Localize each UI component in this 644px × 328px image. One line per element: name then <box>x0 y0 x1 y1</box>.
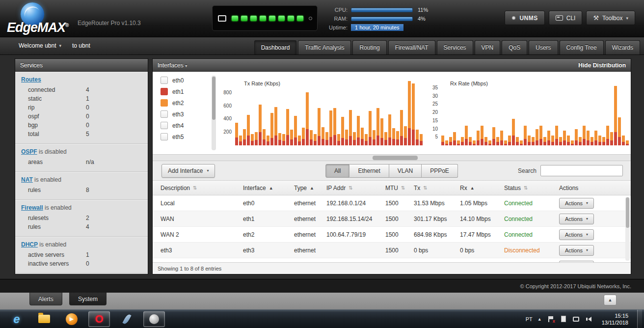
scrollbar-thumb[interactable] <box>212 77 215 120</box>
cell-rx: 14.10 Mbps <box>460 216 504 222</box>
interface-label: eth4 <box>172 122 184 129</box>
chart-bar <box>290 130 293 145</box>
tab-routing[interactable]: Routing <box>352 40 386 55</box>
chart-bar <box>516 137 519 145</box>
sidebar-link-nat[interactable]: NAT <box>21 176 33 183</box>
toolbox-button[interactable]: ⚒ Toolbox ▾ <box>586 11 635 25</box>
sidebar-link-firewall[interactable]: Firewall <box>21 204 43 211</box>
show-desktop-button[interactable] <box>637 310 642 328</box>
edgeos-dashboard-screen: EdgeMAX® EdgeRouter Pro v1.10.3 CPU: 11%… <box>0 0 644 328</box>
chevron-down-icon: ▾ <box>185 63 188 68</box>
column-header-description[interactable]: Description⇅ <box>161 185 243 191</box>
sidebar-link-ospf[interactable]: OSPF <box>21 148 37 155</box>
tab-traffic-analysis[interactable]: Traffic Analysis <box>298 40 351 55</box>
volume-icon[interactable] <box>585 315 593 323</box>
feather-app-icon[interactable] <box>116 311 137 327</box>
tab-vpn[interactable]: VPN <box>475 40 501 55</box>
column-header-actions: Actions <box>559 185 618 191</box>
filter-vlan[interactable]: VLAN <box>389 164 422 178</box>
chart-bar <box>274 107 277 145</box>
column-header-interface[interactable]: Interface▲ <box>243 185 294 191</box>
y-tick-label: 400 <box>223 116 232 121</box>
actions-cell: Actions▾ <box>559 214 618 224</box>
checkbox-eth2[interactable] <box>161 99 168 107</box>
copyright-bar: © Copyright 2012-2017 Ubiquiti Networks,… <box>0 279 644 293</box>
chart-bar <box>547 131 550 145</box>
taskbar-apps: e ▶ O <box>6 311 165 327</box>
search-input[interactable] <box>540 165 623 176</box>
checkbox-eth0[interactable] <box>161 77 168 84</box>
alerts-tab[interactable]: Alerts <box>29 293 62 305</box>
add-interface-button[interactable]: Add Interface ▾ <box>161 164 215 178</box>
filter-ethernet[interactable]: Ethernet <box>349 164 389 178</box>
checklist-scrollbar[interactable] <box>212 76 216 150</box>
checkbox-eth4[interactable] <box>161 122 168 129</box>
column-header-tx[interactable]: Tx⇅ <box>414 185 460 191</box>
scroll-top-button[interactable]: ▲ <box>604 295 617 305</box>
cpu-progress-bar <box>351 8 413 12</box>
interfaces-title[interactable]: Interfaces ▾ <box>158 62 188 69</box>
chart-bar <box>606 126 609 145</box>
cell-description: Local <box>161 200 243 207</box>
terminal-icon <box>556 15 563 21</box>
tab-firewall-nat[interactable]: Firewall/NAT <box>388 40 435 55</box>
chart-bar <box>294 116 297 145</box>
cell-tx: 0 bps <box>414 247 460 254</box>
opera-browser-icon[interactable]: O <box>88 311 110 327</box>
tab-services[interactable]: Services <box>437 40 473 55</box>
system-tab[interactable]: System <box>69 293 107 305</box>
chart-bar <box>618 117 621 145</box>
taskbar-clock[interactable]: 15:15 13/11/2018 <box>598 312 632 326</box>
chart-bar <box>247 115 250 145</box>
chart-bar <box>365 134 368 145</box>
network-icon[interactable] <box>572 315 580 323</box>
sidebar-section-heading: Firewall is enabled <box>21 204 142 211</box>
row-actions-button[interactable]: Actions▾ <box>559 229 594 240</box>
sidebar-stat-row: total5 <box>21 130 142 138</box>
cli-button[interactable]: CLI <box>549 11 583 25</box>
chart-bar <box>536 129 538 145</box>
chart-bar <box>325 132 328 145</box>
table-scrollbar[interactable] <box>625 197 630 261</box>
action-center-flag-icon[interactable]: x <box>547 315 555 323</box>
chevron-down-icon[interactable]: ▾ <box>59 43 61 48</box>
explorer-folder-icon[interactable] <box>33 311 55 327</box>
row-actions-button[interactable]: Actions▾ <box>559 198 594 209</box>
chart-bar <box>583 126 586 145</box>
chart-bar <box>270 113 273 145</box>
tab-config-tree[interactable]: Config Tree <box>560 40 604 55</box>
hidden-icons-chevron-icon[interactable]: ▲ <box>537 317 542 322</box>
gray-sphere-app-icon[interactable] <box>143 311 165 327</box>
column-header-mtu[interactable]: MTU⇅ <box>385 185 414 191</box>
tab-qos[interactable]: QoS <box>502 40 527 55</box>
checkbox-eth1[interactable] <box>161 88 168 95</box>
filter-pppoe[interactable]: PPPoE <box>422 164 458 178</box>
tab-wizards[interactable]: Wizards <box>605 40 640 55</box>
sidebar-link-dhcp[interactable]: DHCP <box>21 241 38 248</box>
scrollbar-thumb[interactable] <box>373 156 418 160</box>
row-actions-button[interactable]: Actions▾ <box>559 245 594 256</box>
sort-icon: ⇅ <box>401 185 405 191</box>
checkbox-eth3[interactable] <box>161 110 168 118</box>
chart-bar <box>408 81 411 145</box>
hide-distribution-link[interactable]: Hide Distribution <box>578 62 626 69</box>
column-header-rx[interactable]: Rx▲ <box>460 185 504 191</box>
filter-all[interactable]: All <box>325 164 349 178</box>
row-actions-button[interactable]: Actions▾ <box>559 214 594 224</box>
tab-dashboard[interactable]: Dashboard <box>254 40 297 55</box>
language-indicator[interactable]: PT <box>526 316 533 322</box>
media-player-icon[interactable]: ▶ <box>61 311 82 327</box>
horizontal-scrollbar[interactable] <box>153 154 631 161</box>
document-tray-icon[interactable] <box>560 315 567 323</box>
unms-button[interactable]: UNMS <box>505 11 544 25</box>
checkbox-eth5[interactable] <box>161 133 168 140</box>
chart-bar <box>481 126 483 145</box>
status-badge: Connected <box>504 200 559 207</box>
scrollbar-thumb[interactable] <box>626 197 629 228</box>
tab-users[interactable]: Users <box>529 40 558 55</box>
column-header-ip-addr[interactable]: IP Addr⇅ <box>326 185 385 191</box>
column-header-type[interactable]: Type▲ <box>294 185 326 191</box>
sidebar-link-routes[interactable]: Routes <box>21 76 41 83</box>
internet-explorer-icon[interactable]: e <box>6 311 27 327</box>
column-header-status[interactable]: Status⇅ <box>504 185 559 191</box>
